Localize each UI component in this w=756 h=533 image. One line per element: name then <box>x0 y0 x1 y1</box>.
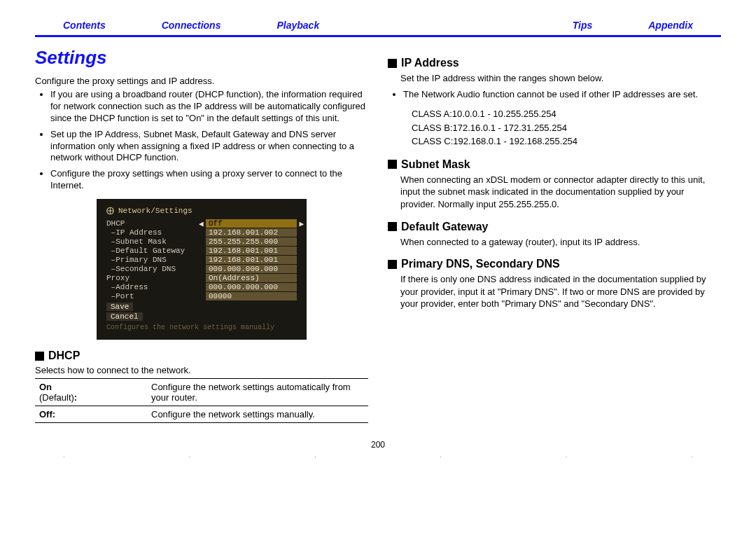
osd-save: Save <box>106 303 133 311</box>
osd-row: –Port00000 <box>106 292 297 300</box>
subnet-desc: When connecting an xDSL modem or connect… <box>388 174 721 211</box>
osd-row: DHCPOff <box>106 219 297 228</box>
dns-heading: Primary DNS, Secondary DNS <box>388 258 721 270</box>
class-b: CLASS B:172.16.0.1 - 172.31.255.254 <box>412 121 721 135</box>
footer-dots: ...... <box>35 451 721 459</box>
osd-row: –IP Address192.168.001.002 <box>106 228 297 237</box>
bullet-item: Configure the proxy settings when using … <box>50 168 368 192</box>
table-row: On (Default): Configure the network sett… <box>35 379 368 406</box>
osd-row: –Address000.000.000.000 <box>106 283 297 291</box>
ip-classes: CLASS A:10.0.0.1 - 10.255.255.254 CLASS … <box>388 107 721 148</box>
nav-connections[interactable]: Connections <box>162 20 221 31</box>
ip-heading: IP Address <box>388 57 721 69</box>
osd-row: ProxyOn(Address) <box>106 274 297 282</box>
ip-desc: Set the IP address within the ranges sho… <box>388 72 721 85</box>
bullet-item: If you are using a broadband router (DHC… <box>50 89 368 125</box>
top-nav: Contents Connections Playback Tips Appen… <box>35 20 721 37</box>
class-a: CLASS A:10.0.0.1 - 10.255.255.254 <box>412 107 721 121</box>
dhcp-table: On (Default): Configure the network sett… <box>35 378 368 423</box>
gateway-desc: When connected to a gateway (router), in… <box>388 236 721 249</box>
page-number: 200 <box>35 440 721 450</box>
dhcp-on-desc: Configure the network settings automatic… <box>147 379 368 406</box>
osd-row: –Default Gateway192.168.001.001 <box>106 247 297 255</box>
gateway-heading: Default Gateway <box>388 221 721 233</box>
right-column: IP Address Set the IP address within the… <box>388 47 721 423</box>
osd-screenshot: Network/Settings DHCPOff –IP Address192.… <box>97 199 307 340</box>
left-column: Settings Configure the proxy settings an… <box>35 47 368 423</box>
dhcp-desc: Selects how to connect to the network. <box>35 365 368 375</box>
osd-cancel: Cancel <box>106 312 143 321</box>
osd-hint: Configures the network settings manually <box>106 324 297 331</box>
osd-row: –Primary DNS192.168.001.001 <box>106 256 297 264</box>
nav-appendix[interactable]: Appendix <box>648 20 693 31</box>
intro-bullets: If you are using a broadband router (DHC… <box>35 89 368 192</box>
dns-desc: If there is only one DNS address indicat… <box>388 273 721 310</box>
osd-row: –Secondary DNS000.000.000.000 <box>106 265 297 273</box>
subnet-heading: Subnet Mask <box>388 158 721 171</box>
dhcp-off-desc: Configure the network settings manually. <box>147 406 368 423</box>
ip-bullet: The Network Audio function cannot be use… <box>403 89 721 101</box>
nav-playback[interactable]: Playback <box>276 20 319 31</box>
osd-title: Network/Settings <box>106 206 297 215</box>
nav-tips[interactable]: Tips <box>573 20 593 31</box>
dhcp-heading: DHCP <box>35 349 368 362</box>
osd-row: –Subnet Mask255.255.255.000 <box>106 237 297 246</box>
table-row: Off: Configure the network settings manu… <box>35 406 368 423</box>
dhcp-off-label: Off <box>39 409 52 420</box>
nav-contents[interactable]: Contents <box>63 20 106 31</box>
dhcp-default-label: (Default) <box>39 392 74 403</box>
intro-text: Configure the proxy settings and IP addr… <box>35 76 368 86</box>
page-title: Settings <box>35 47 368 69</box>
dhcp-on-label: On <box>39 382 52 392</box>
bullet-item: Set up the IP Address, Subnet Mask, Defa… <box>50 129 368 165</box>
class-c: CLASS C:192.168.0.1 - 192.168.255.254 <box>412 134 721 148</box>
